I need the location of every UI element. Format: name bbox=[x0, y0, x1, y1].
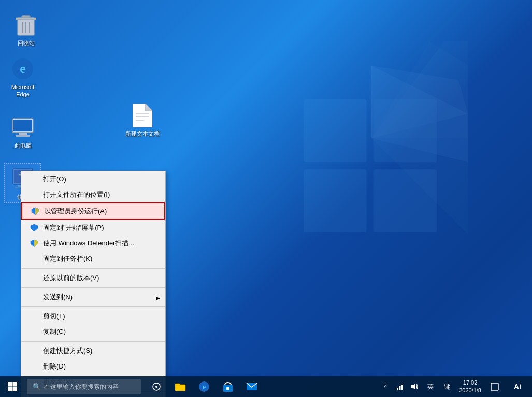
separator-2 bbox=[21, 287, 165, 288]
svg-text:e: e bbox=[20, 61, 26, 76]
sendto-arrow-icon bbox=[156, 293, 160, 301]
edge-icon: e bbox=[10, 56, 35, 81]
store-icon bbox=[223, 381, 233, 392]
ime-indicator[interactable]: 键 bbox=[440, 376, 454, 397]
task-view-button[interactable] bbox=[145, 376, 168, 397]
svg-rect-2 bbox=[304, 99, 366, 162]
open-location-icon bbox=[30, 190, 39, 199]
speaker-icon[interactable] bbox=[408, 376, 421, 397]
pin-start-icon bbox=[30, 223, 39, 232]
taskbar-center-buttons: e bbox=[145, 376, 263, 397]
mail-button[interactable] bbox=[240, 376, 263, 397]
svg-marker-31 bbox=[35, 208, 39, 215]
svg-marker-35 bbox=[34, 240, 38, 247]
desktop-icon-recycle[interactable]: 回收站 bbox=[7, 10, 45, 49]
svg-rect-17 bbox=[13, 120, 32, 131]
taskbar: 🔍 在这里输入你要搜索的内容 bbox=[0, 376, 532, 397]
edge-taskbar-icon: e bbox=[198, 381, 210, 392]
desktop-icon-computer[interactable]: 此电脑 bbox=[4, 113, 41, 151]
clock-time: 17:02 bbox=[463, 379, 478, 387]
svg-rect-38 bbox=[8, 387, 12, 392]
svg-rect-51 bbox=[401, 385, 403, 390]
ai-label: Ai bbox=[514, 383, 521, 391]
show-hidden-icons-button[interactable]: ^ bbox=[379, 376, 392, 397]
network-icon[interactable] bbox=[394, 376, 406, 397]
uac-shield-icon bbox=[31, 207, 40, 216]
search-icon: 🔍 bbox=[32, 383, 41, 391]
notification-button[interactable] bbox=[486, 376, 503, 397]
clock-date: 2020/1/8 bbox=[459, 387, 481, 394]
notification-icon bbox=[491, 383, 499, 391]
menu-item-open-location[interactable]: 打开文件所在的位置(I) bbox=[21, 187, 165, 202]
menu-item-restore[interactable]: 还原以前的版本(V) bbox=[21, 270, 165, 286]
language-indicator[interactable]: 英 bbox=[423, 376, 438, 397]
menu-item-delete[interactable]: 删除(D) bbox=[21, 359, 165, 374]
computer-label: 此电脑 bbox=[15, 142, 32, 149]
recycle-bin-label: 回收站 bbox=[18, 39, 35, 47]
defender-icon bbox=[30, 239, 39, 248]
system-tray: ^ 英 bbox=[379, 376, 532, 397]
menu-item-pin-taskbar[interactable]: 固定到任务栏(K) bbox=[21, 251, 165, 267]
svg-point-41 bbox=[155, 386, 157, 388]
menu-item-sendto[interactable]: 发送到(N) bbox=[21, 289, 165, 305]
svg-rect-19 bbox=[16, 135, 30, 137]
svg-rect-10 bbox=[16, 18, 36, 20]
windows-logo-background bbox=[273, 41, 470, 259]
svg-rect-37 bbox=[13, 382, 18, 387]
svg-rect-50 bbox=[399, 386, 401, 390]
svg-rect-49 bbox=[397, 388, 398, 390]
menu-item-cut[interactable]: 剪切(T) bbox=[21, 308, 165, 324]
separator-1 bbox=[21, 268, 165, 269]
file-explorer-button[interactable] bbox=[169, 376, 192, 397]
clock[interactable]: 17:02 2020/1/8 bbox=[456, 376, 484, 397]
svg-rect-43 bbox=[175, 384, 180, 386]
newdoc-label: 新建文本文档 bbox=[125, 130, 160, 137]
edge-label: MicrosoftEdge bbox=[11, 83, 35, 98]
context-menu: 打开(O) 打开文件所在的位置(I) 以管理员身份运行(A) bbox=[21, 171, 166, 397]
menu-item-pin-start[interactable]: 固定到"开始"屏幕(P) bbox=[21, 220, 165, 236]
computer-icon bbox=[10, 115, 35, 140]
svg-rect-53 bbox=[491, 383, 498, 390]
task-view-icon bbox=[152, 383, 161, 391]
menu-item-run-as-admin[interactable]: 以管理员身份运行(A) bbox=[21, 202, 165, 220]
svg-marker-52 bbox=[411, 384, 415, 390]
svg-rect-47 bbox=[226, 387, 229, 390]
recycle-bin-icon bbox=[13, 12, 38, 37]
menu-item-copy[interactable]: 复制(C) bbox=[21, 324, 165, 340]
ai-button[interactable]: Ai bbox=[505, 376, 530, 397]
svg-text:e: e bbox=[203, 383, 206, 391]
svg-marker-21 bbox=[145, 104, 152, 111]
separator-3 bbox=[21, 306, 165, 307]
search-placeholder: 在这里输入你要搜索的内容 bbox=[44, 383, 119, 391]
menu-item-create-shortcut[interactable]: 创建快捷方式(S) bbox=[21, 343, 165, 359]
windows-logo-icon bbox=[7, 381, 18, 392]
menu-item-open[interactable]: 打开(O) bbox=[21, 171, 165, 187]
svg-marker-33 bbox=[31, 224, 38, 231]
menu-item-defender[interactable]: 使用 Windows Defender扫描... bbox=[21, 236, 165, 251]
file-explorer-icon bbox=[175, 382, 186, 391]
mail-icon bbox=[246, 382, 257, 391]
svg-marker-32 bbox=[32, 208, 35, 215]
desktop-icon-newdoc[interactable]: 新建文本文档 bbox=[119, 101, 166, 139]
desktop-icon-edge[interactable]: e MicrosoftEdge bbox=[4, 54, 41, 100]
svg-rect-36 bbox=[8, 382, 12, 387]
svg-rect-4 bbox=[304, 169, 366, 232]
edge-taskbar-button[interactable]: e bbox=[193, 376, 215, 397]
start-button[interactable] bbox=[0, 376, 25, 397]
open-icon bbox=[30, 174, 39, 184]
newdoc-icon bbox=[130, 103, 155, 128]
search-bar[interactable]: 🔍 在这里输入你要搜索的内容 bbox=[27, 379, 141, 394]
desktop: 回收站 e MicrosoftEdge 此电脑 bbox=[0, 0, 532, 397]
separator-4 bbox=[21, 341, 165, 342]
svg-marker-20 bbox=[133, 104, 152, 127]
svg-rect-39 bbox=[13, 387, 18, 392]
svg-rect-18 bbox=[19, 133, 27, 135]
store-button[interactable] bbox=[217, 376, 239, 397]
